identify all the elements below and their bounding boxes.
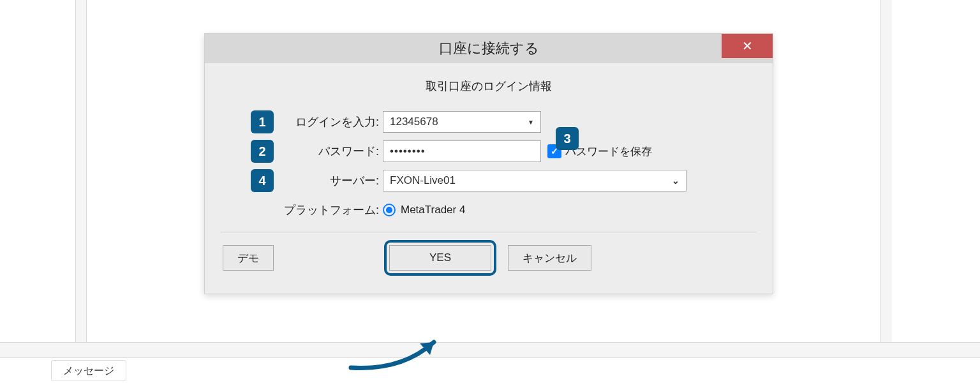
annotation-marker-3: 3 xyxy=(556,127,579,150)
row-server: 4 サーバー: FXON-Live01 ⌄ xyxy=(220,168,757,193)
window-right-splitter[interactable] xyxy=(880,0,892,342)
annotation-marker-4: 4 xyxy=(251,169,274,192)
chevron-down-icon: ⌄ xyxy=(672,176,679,186)
row-login: 1 ログインを入力: 12345678 ▼ xyxy=(220,109,757,135)
tab-messages[interactable]: メッセージ xyxy=(51,360,126,380)
dialog-subtitle: 取引口座のログイン情報 xyxy=(220,79,757,94)
cancel-button[interactable]: キャンセル xyxy=(508,245,591,271)
password-input[interactable]: •••••••• xyxy=(383,140,541,162)
annotation-marker-1: 1 xyxy=(251,110,274,133)
dialog-title: 口座に接続する xyxy=(439,39,539,58)
login-input[interactable]: 12345678 ▼ xyxy=(383,111,541,133)
server-value: FXON-Live01 xyxy=(390,174,456,187)
row-password: 2 3 パスワード: •••••••• ✓ パスワードを保存 xyxy=(220,139,757,164)
row-platform: プラットフォーム: MetaTrader 4 xyxy=(220,197,757,223)
close-button[interactable]: ✕ xyxy=(722,34,773,58)
window-splitter[interactable] xyxy=(75,0,87,342)
dialog-content: 取引口座のログイン情報 1 ログインを入力: 12345678 ▼ 2 3 パス… xyxy=(205,63,773,294)
radio-dot-icon xyxy=(386,207,392,213)
annotation-marker-2: 2 xyxy=(251,140,274,163)
yes-button[interactable]: YES xyxy=(389,245,491,271)
login-dialog: 口座に接続する ✕ 取引口座のログイン情報 1 ログインを入力: 1234567… xyxy=(204,33,773,294)
bottom-panel xyxy=(0,357,980,383)
password-label: パスワード: xyxy=(220,144,383,159)
server-label: サーバー: xyxy=(220,173,383,188)
platform-radio[interactable] xyxy=(383,204,396,216)
platform-value: MetaTrader 4 xyxy=(401,204,465,216)
dialog-titlebar[interactable]: 口座に接続する ✕ xyxy=(205,34,773,63)
close-icon: ✕ xyxy=(742,38,753,54)
demo-button[interactable]: デモ xyxy=(223,245,274,271)
dialog-buttons: デモ YES キャンセル xyxy=(220,240,757,287)
dropdown-caret-icon: ▼ xyxy=(528,119,534,126)
window-left-pane xyxy=(0,0,75,342)
server-select[interactable]: FXON-Live01 ⌄ xyxy=(383,170,687,192)
status-strip xyxy=(0,342,980,357)
login-value: 12345678 xyxy=(390,116,438,128)
yes-button-highlight: YES xyxy=(384,240,496,276)
password-mask: •••••••• xyxy=(390,145,426,158)
platform-label: プラットフォーム: xyxy=(220,202,383,218)
login-label: ログインを入力: xyxy=(220,114,383,130)
divider xyxy=(220,232,757,232)
